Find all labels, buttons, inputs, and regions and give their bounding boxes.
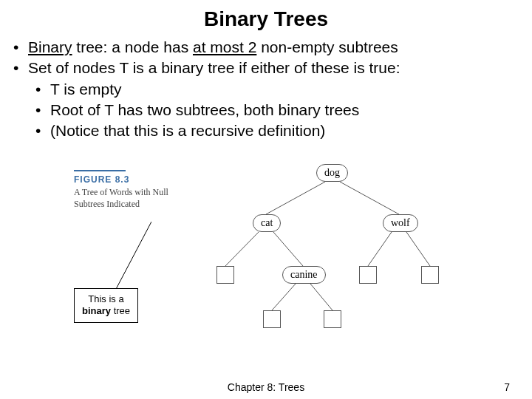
bullet-2: • Set of nodes T is a binary tree if eit… <box>13 58 532 78</box>
svg-line-7 <box>272 284 296 310</box>
figure-description: A Tree of Words with Null Subtrees Indic… <box>74 187 192 210</box>
subbullet-3-text: (Notice that this is a recursive definit… <box>50 120 325 141</box>
bullet-2-text: Set of nodes T is a binary tree if eithe… <box>28 58 400 78</box>
subbullet-1: • T is empty <box>13 79 532 100</box>
callout-bold: binary <box>82 305 111 316</box>
footer: Chapter 8: Trees 7 <box>0 381 532 393</box>
footer-center: Chapter 8: Trees <box>0 381 532 393</box>
svg-line-5 <box>368 232 392 266</box>
bullet-dot: • <box>35 120 50 141</box>
bullet-dot: • <box>13 58 28 78</box>
subbullet-1-text: T is empty <box>50 79 121 100</box>
svg-line-0 <box>115 222 151 292</box>
subbullet-2-text: Root of T has two subtrees, both binary … <box>50 100 359 120</box>
bullet-dot: • <box>13 37 28 58</box>
figure-bar <box>74 170 126 171</box>
bullet-dot: • <box>35 100 50 120</box>
callout-rest: tree <box>111 305 130 316</box>
bullet-1-emph: at most 2 <box>193 38 256 55</box>
tree-empty-node <box>263 310 281 328</box>
tree-empty-node <box>324 310 341 328</box>
svg-line-6 <box>406 232 430 266</box>
svg-line-1 <box>266 182 325 214</box>
bullet-1-suffix: non-empty subtrees <box>256 38 398 55</box>
slide-title: Binary Trees <box>0 7 532 31</box>
tree-empty-node <box>359 266 377 284</box>
bullet-dot: • <box>35 79 50 100</box>
tree-empty-node <box>421 266 439 284</box>
callout-connector <box>115 222 151 292</box>
bullet-1: • Binary tree: a node has at most 2 non-… <box>13 37 532 58</box>
figure-area: FIGURE 8.3 A Tree of Words with Null Sub… <box>74 163 488 355</box>
bullet-list: • Binary tree: a node has at most 2 non-… <box>0 37 532 142</box>
callout-box: This is a binary tree <box>74 288 138 323</box>
tree-diagram: dog cat wolf canine <box>185 163 480 340</box>
tree-node-right: wolf <box>383 214 418 232</box>
svg-line-4 <box>273 232 303 266</box>
tree-node-leftright: canine <box>282 266 326 284</box>
bullet-1-term: Binary <box>28 38 72 55</box>
svg-line-8 <box>310 284 332 310</box>
subbullet-2: • Root of T has two subtrees, both binar… <box>13 100 532 120</box>
figure-caption: FIGURE 8.3 A Tree of Words with Null Sub… <box>74 170 192 210</box>
bullet-1-mid: tree: a node has <box>72 38 193 55</box>
svg-line-3 <box>225 232 259 266</box>
tree-node-root: dog <box>316 164 348 182</box>
svg-line-2 <box>340 182 399 214</box>
subbullet-3: • (Notice that this is a recursive defin… <box>13 120 532 141</box>
tree-empty-node <box>216 266 234 284</box>
page-number: 7 <box>504 381 510 393</box>
figure-label: FIGURE 8.3 <box>74 174 192 185</box>
callout-line1: This is a <box>88 293 123 304</box>
tree-node-left: cat <box>253 214 281 232</box>
